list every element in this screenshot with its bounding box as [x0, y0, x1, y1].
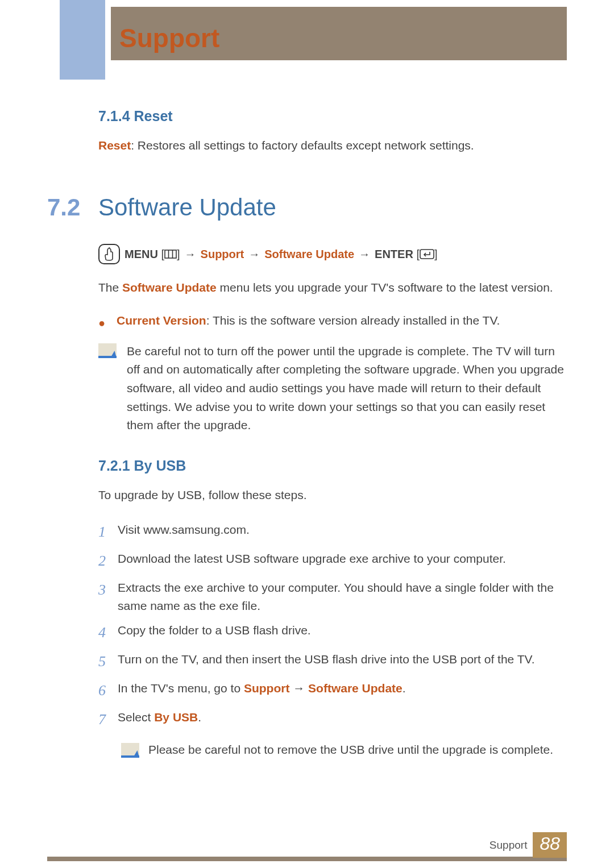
reset-description: Reset: Restores all settings to factory …	[98, 137, 567, 154]
step-7: 7 Select By USB.	[98, 708, 567, 730]
step-number: 4	[98, 621, 118, 643]
bracket-close: ]	[434, 248, 438, 261]
page-footer: Support 88	[489, 832, 567, 858]
note-block-2: Please be careful not to remove the USB …	[121, 742, 567, 758]
note-icon	[98, 343, 117, 358]
step-text: In the TV's menu, go to Support → Softwa…	[118, 679, 567, 697]
arrow-icon: →	[185, 248, 196, 261]
step-number: 2	[98, 550, 118, 572]
step6-support: Support	[244, 682, 289, 695]
intro-prefix: The	[98, 281, 122, 294]
section-title: Software Update	[98, 194, 276, 221]
by-usb-intro: To upgrade by USB, follow these steps.	[98, 487, 567, 504]
remote-hand-icon	[98, 244, 120, 264]
menu-navigation-path: MENU [ ] → Support → Software Update → E…	[98, 244, 567, 264]
reset-desc-text: : Restores all settings to factory defau…	[131, 139, 474, 152]
step-number: 1	[98, 521, 118, 543]
step-text: Copy the folder to a USB flash drive.	[118, 621, 567, 639]
step-number: 5	[98, 650, 118, 672]
heading-7-2-1: 7.2.1 By USB	[98, 458, 567, 474]
step-5: 5Turn on the TV, and then insert the USB…	[98, 650, 567, 672]
step-1: 1Visit www.samsung.com.	[98, 521, 567, 543]
current-version-bullet: ● Current Version: This is the software …	[98, 314, 567, 329]
note-text-1: Be careful not to turn off the power unt…	[127, 342, 567, 435]
path-software-update: Software Update	[264, 248, 354, 261]
section-number: 7.2	[47, 194, 98, 221]
note-icon	[121, 743, 139, 758]
step-3: 3Extracts the exe archive to your comput…	[98, 579, 567, 614]
step-4: 4Copy the folder to a USB flash drive.	[98, 621, 567, 643]
step-text: Select By USB.	[118, 708, 567, 726]
step-text: Extracts the exe archive to your compute…	[118, 579, 567, 614]
reset-keyword: Reset	[98, 139, 131, 152]
menu-label: MENU	[125, 248, 158, 261]
path-support: Support	[201, 248, 244, 261]
step-2: 2Download the latest USB software upgrad…	[98, 550, 567, 572]
cv-desc: : This is the software version already i…	[206, 314, 500, 327]
enter-icon	[420, 249, 434, 259]
step-text: Download the latest USB software upgrade…	[118, 550, 567, 568]
menu-grid-icon	[164, 250, 177, 259]
usb-steps-list: 1Visit www.samsung.com. 2Download the la…	[98, 521, 567, 730]
step6-period: .	[403, 682, 406, 695]
step-number: 3	[98, 579, 118, 601]
arrow-icon: →	[359, 248, 370, 261]
bullet-icon: ●	[98, 317, 105, 329]
step7-period: .	[198, 711, 201, 724]
step-6: 6 In the TV's menu, go to Support → Soft…	[98, 679, 567, 701]
step-number: 6	[98, 679, 118, 701]
footer-label: Support	[489, 839, 528, 852]
step6-prefix: In the TV's menu, go to	[118, 682, 244, 695]
step6-arrow: →	[289, 682, 308, 695]
header-tab	[60, 0, 105, 80]
step7-prefix: Select	[118, 711, 154, 724]
note-text-2: Please be careful not to remove the USB …	[148, 743, 553, 757]
page-number: 88	[533, 832, 567, 858]
page-content: 7.1.4 Reset Reset: Restores all settings…	[47, 108, 567, 758]
note-block-1: Be careful not to turn off the power unt…	[98, 342, 567, 435]
heading-7-1-4: 7.1.4 Reset	[98, 108, 567, 124]
arrow-icon: →	[248, 248, 260, 261]
step6-software-update: Software Update	[308, 682, 403, 695]
step7-by-usb: By USB	[154, 711, 198, 724]
step-text: Visit www.samsung.com.	[118, 521, 567, 539]
bracket-close: ]	[177, 248, 180, 261]
step-number: 7	[98, 708, 118, 730]
svg-rect-0	[165, 250, 176, 258]
intro-highlight: Software Update	[122, 281, 217, 294]
svg-rect-3	[420, 250, 434, 259]
step-text: Turn on the TV, and then insert the USB …	[118, 650, 567, 668]
software-update-intro: The Software Update menu lets you upgrad…	[98, 279, 567, 296]
enter-label: ENTER	[375, 248, 413, 261]
intro-suffix: menu lets you upgrade your TV's software…	[217, 281, 553, 294]
chapter-title: Support	[119, 23, 219, 53]
cv-label: Current Version	[117, 314, 206, 327]
section-7-2: 7.2 Software Update	[47, 194, 567, 221]
